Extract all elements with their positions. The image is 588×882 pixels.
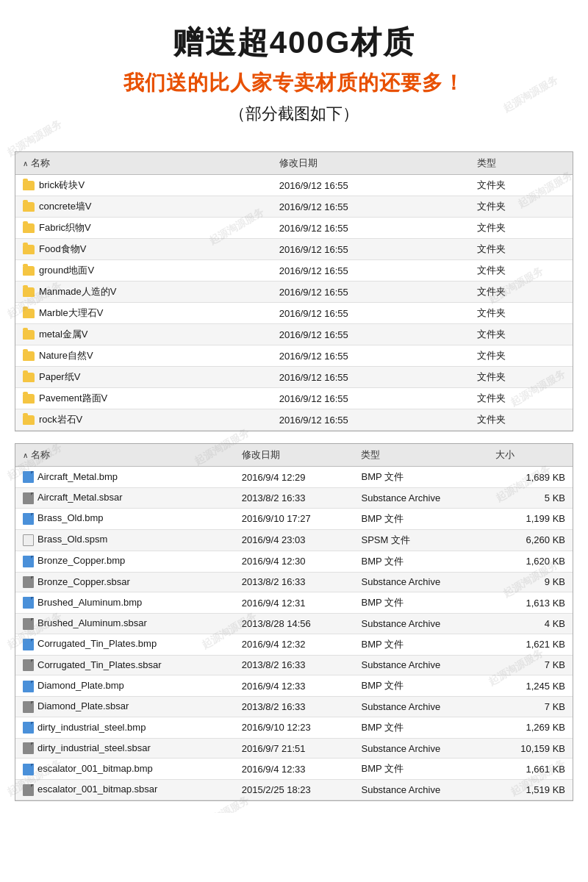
folder-row[interactable]: ground地面V 2016/9/12 16:55 文件夹 <box>15 260 573 282</box>
folder-name-cell: Pavement路面V <box>15 388 272 409</box>
bmp-file-icon <box>23 556 34 567</box>
files-explorer: ∧名称 修改日期 类型 大小 Aircraft_Metal.bmp 2016/9… <box>15 443 573 801</box>
file-row[interactable]: Corrugated_Tin_Plates.bmp 2016/9/4 12:32… <box>15 634 573 655</box>
col-name-folder[interactable]: ∧名称 <box>15 152 272 175</box>
file-size-cell: 1,245 KB <box>488 675 573 697</box>
file-row[interactable]: escalator_001_bitmap.sbsar 2015/2/25 18:… <box>15 780 573 800</box>
file-size-cell: 1,519 KB <box>488 780 573 800</box>
file-date-cell: 2016/9/4 12:32 <box>234 634 354 655</box>
folder-row[interactable]: metal金属V 2016/9/12 16:55 文件夹 <box>15 324 573 345</box>
file-type-cell: BMP 文件 <box>354 759 487 780</box>
file-date-cell: 2016/9/4 23:03 <box>234 529 354 551</box>
col-date-files[interactable]: 修改日期 <box>234 444 354 467</box>
folder-type-cell: 文件夹 <box>470 345 573 367</box>
file-row[interactable]: Bronze_Copper.sbsar 2013/8/2 16:33 Subst… <box>15 572 573 592</box>
folder-type-cell: 文件夹 <box>470 303 573 324</box>
folder-row[interactable]: concrete墙V 2016/9/12 16:55 文件夹 <box>15 196 573 218</box>
file-type-cell: BMP 文件 <box>354 467 487 488</box>
folder-date-cell: 2016/9/12 16:55 <box>272 388 470 409</box>
file-type-cell: Substance Archive <box>354 738 487 759</box>
folder-icon <box>23 202 35 212</box>
folder-type-cell: 文件夹 <box>470 324 573 345</box>
folder-icon <box>23 223 35 233</box>
file-name-cell: Bronze_Copper.bmp <box>15 551 234 572</box>
col-type-files[interactable]: 类型 <box>354 444 487 467</box>
file-name-cell: escalator_001_bitmap.bmp <box>15 759 234 780</box>
file-type-cell: BMP 文件 <box>354 634 487 655</box>
file-size-cell: 7 KB <box>488 655 573 675</box>
file-date-cell: 2016/9/4 12:29 <box>234 467 354 488</box>
folder-row[interactable]: Paper纸V 2016/9/12 16:55 文件夹 <box>15 367 573 388</box>
file-date-cell: 2013/8/2 16:33 <box>234 697 354 717</box>
col-size-files[interactable]: 大小 <box>488 444 573 467</box>
folder-date-cell: 2016/9/12 16:55 <box>272 282 470 303</box>
file-date-cell: 2013/8/28 14:56 <box>234 614 354 634</box>
file-date-cell: 2016/9/10 17:27 <box>234 508 354 529</box>
file-row[interactable]: Brass_Old.spsm 2016/9/4 23:03 SPSM 文件 6,… <box>15 529 573 551</box>
folder-type-cell: 文件夹 <box>470 388 573 409</box>
file-row[interactable]: Brushed_Aluminum.bmp 2016/9/4 12:31 BMP … <box>15 592 573 614</box>
file-type-cell: BMP 文件 <box>354 675 487 697</box>
folder-name-cell: Food食物V <box>15 239 272 260</box>
folder-type-cell: 文件夹 <box>470 260 573 282</box>
file-type-cell: Substance Archive <box>354 655 487 675</box>
file-size-cell: 10,159 KB <box>488 738 573 759</box>
folder-row[interactable]: Food食物V 2016/9/12 16:55 文件夹 <box>15 239 573 260</box>
file-date-cell: 2016/9/4 12:31 <box>234 592 354 614</box>
sbsar-file-icon <box>23 492 34 504</box>
file-type-cell: Substance Archive <box>354 488 487 509</box>
folder-icon <box>23 181 35 190</box>
file-date-cell: 2016/9/4 12:30 <box>234 551 354 572</box>
files-table: ∧名称 修改日期 类型 大小 Aircraft_Metal.bmp 2016/9… <box>15 444 573 800</box>
folder-row[interactable]: Manmade人造的V 2016/9/12 16:55 文件夹 <box>15 282 573 303</box>
sort-arrow-icon: ∧ <box>23 159 28 168</box>
sbsar-file-icon <box>23 576 34 588</box>
file-row[interactable]: Diamond_Plate.bmp 2016/9/4 12:33 BMP 文件 … <box>15 675 573 697</box>
file-name-cell: Aircraft_Metal.sbsar <box>15 488 234 509</box>
folder-row[interactable]: Fabric织物V 2016/9/12 16:55 文件夹 <box>15 218 573 239</box>
file-size-cell: 7 KB <box>488 697 573 717</box>
folder-date-cell: 2016/9/12 16:55 <box>272 409 470 431</box>
file-size-cell: 5 KB <box>488 488 573 509</box>
file-row[interactable]: Diamond_Plate.sbsar 2013/8/2 16:33 Subst… <box>15 697 573 717</box>
file-row[interactable]: dirty_industrial_steel.bmp 2016/9/10 12:… <box>15 717 573 738</box>
file-row[interactable]: Brushed_Aluminum.sbsar 2013/8/28 14:56 S… <box>15 614 573 634</box>
file-row[interactable]: Brass_Old.bmp 2016/9/10 17:27 BMP 文件 1,1… <box>15 508 573 529</box>
folder-name-cell: ground地面V <box>15 260 272 282</box>
file-name-cell: dirty_industrial_steel.sbsar <box>15 738 234 759</box>
folder-icon <box>23 373 35 382</box>
file-date-cell: 2016/9/4 12:33 <box>234 675 354 697</box>
col-name-files[interactable]: ∧名称 <box>15 444 234 467</box>
folder-type-cell: 文件夹 <box>470 367 573 388</box>
folder-row[interactable]: Marble大理石V 2016/9/12 16:55 文件夹 <box>15 303 573 324</box>
main-title: 赠送超400G材质 <box>15 22 573 63</box>
file-type-cell: BMP 文件 <box>354 592 487 614</box>
file-row[interactable]: Corrugated_Tin_Plates.sbsar 2013/8/2 16:… <box>15 655 573 675</box>
file-size-cell: 1,613 KB <box>488 592 573 614</box>
folder-row[interactable]: Nature自然V 2016/9/12 16:55 文件夹 <box>15 345 573 367</box>
bmp-file-icon <box>23 639 34 650</box>
file-row[interactable]: dirty_industrial_steel.sbsar 2016/9/7 21… <box>15 738 573 759</box>
folder-type-cell: 文件夹 <box>470 218 573 239</box>
sbsar-file-icon <box>23 618 34 630</box>
file-name-cell: dirty_industrial_steel.bmp <box>15 717 234 738</box>
bmp-file-icon <box>23 471 34 483</box>
file-size-cell: 1,661 KB <box>488 759 573 780</box>
col-date-folder[interactable]: 修改日期 <box>272 152 470 175</box>
file-row[interactable]: Aircraft_Metal.sbsar 2013/8/2 16:33 Subs… <box>15 488 573 509</box>
folder-name-cell: Manmade人造的V <box>15 282 272 303</box>
file-date-cell: 2016/9/10 12:23 <box>234 717 354 738</box>
file-type-cell: Substance Archive <box>354 572 487 592</box>
file-row[interactable]: Bronze_Copper.bmp 2016/9/4 12:30 BMP 文件 … <box>15 551 573 572</box>
col-type-folder[interactable]: 类型 <box>470 152 573 175</box>
folder-row[interactable]: Pavement路面V 2016/9/12 16:55 文件夹 <box>15 388 573 409</box>
folder-date-cell: 2016/9/12 16:55 <box>272 303 470 324</box>
file-name-cell: Corrugated_Tin_Plates.sbsar <box>15 655 234 675</box>
file-name-cell: Bronze_Copper.sbsar <box>15 572 234 592</box>
note-title: （部分截图如下） <box>15 103 573 125</box>
folder-row[interactable]: brick砖块V 2016/9/12 16:55 文件夹 <box>15 175 573 196</box>
spsm-file-icon <box>23 534 34 546</box>
file-row[interactable]: escalator_001_bitmap.bmp 2016/9/4 12:33 … <box>15 759 573 780</box>
file-row[interactable]: Aircraft_Metal.bmp 2016/9/4 12:29 BMP 文件… <box>15 467 573 488</box>
folder-row[interactable]: rock岩石V 2016/9/12 16:55 文件夹 <box>15 409 573 431</box>
